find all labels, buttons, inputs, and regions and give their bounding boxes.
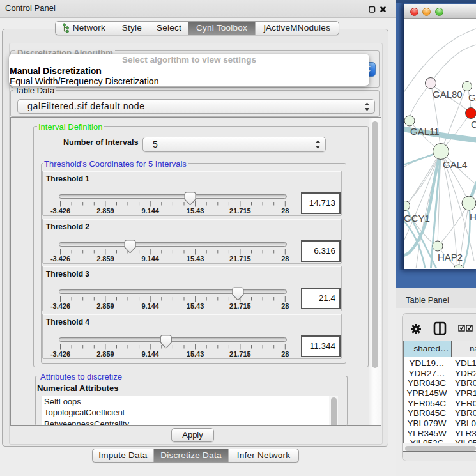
svg-text:15.43: 15.43 [187, 255, 204, 263]
svg-text:2.859: 2.859 [96, 350, 114, 358]
svg-text:-3.426: -3.426 [50, 255, 70, 263]
svg-text:2.859: 2.859 [96, 302, 114, 310]
svg-text:GAL80: GAL80 [433, 89, 463, 100]
svg-text:21.715: 21.715 [229, 350, 251, 358]
svg-text:15.43: 15.43 [187, 350, 204, 358]
svg-text:GCY1: GCY1 [404, 213, 430, 224]
svg-text:28: 28 [281, 207, 289, 215]
svg-text:15.43: 15.43 [187, 207, 204, 215]
svg-text:-3.426: -3.426 [50, 207, 70, 215]
svg-text:-3.426: -3.426 [50, 350, 70, 358]
svg-text:GAL11: GAL11 [410, 126, 440, 137]
svg-text:GAL4: GAL4 [443, 159, 467, 170]
svg-text:9.144: 9.144 [141, 255, 159, 263]
svg-text:21.715: 21.715 [229, 255, 251, 263]
svg-text:21.715: 21.715 [229, 207, 251, 215]
svg-text:15.43: 15.43 [187, 302, 204, 310]
svg-text:21.715: 21.715 [229, 302, 251, 310]
svg-text:28: 28 [281, 302, 289, 310]
svg-text:9.144: 9.144 [141, 207, 159, 215]
svg-text:GA: GA [468, 92, 476, 103]
svg-text:2.859: 2.859 [96, 207, 114, 215]
svg-text:9.144: 9.144 [141, 302, 159, 310]
svg-text:HAP2: HAP2 [438, 252, 463, 263]
svg-text:H: H [470, 211, 476, 222]
svg-text:2.859: 2.859 [96, 255, 114, 263]
svg-text:-3.426: -3.426 [50, 302, 70, 310]
svg-text:9.144: 9.144 [141, 350, 159, 358]
svg-text:C: C [471, 119, 476, 130]
svg-text:28: 28 [281, 255, 289, 263]
svg-text:28: 28 [281, 350, 289, 358]
